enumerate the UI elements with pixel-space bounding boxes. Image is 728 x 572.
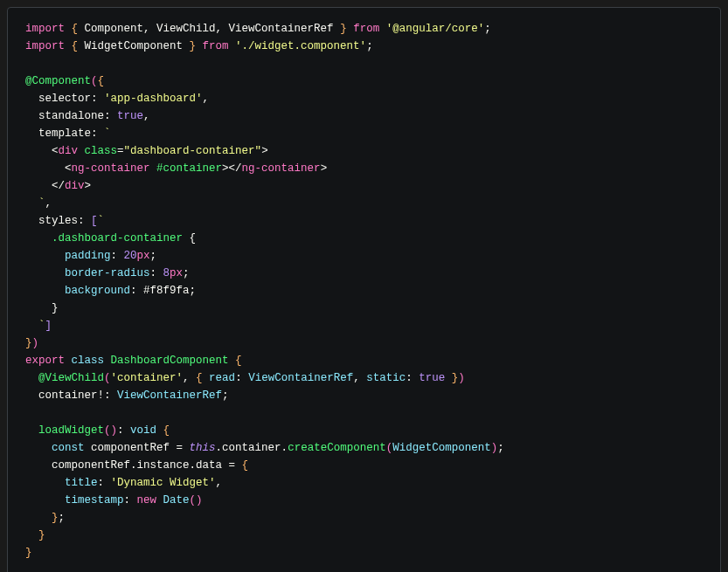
code-token: .dashboard-container <box>52 232 183 245</box>
code-token <box>25 267 65 279</box>
code-token: ` <box>104 127 111 140</box>
code-token: styles <box>25 215 78 227</box>
code-line[interactable]: <div class="dashboard-container"> <box>25 145 268 157</box>
code-token: = <box>222 459 242 472</box>
code-token: : <box>78 215 91 227</box>
code-line[interactable]: } <box>25 547 32 559</box>
code-line[interactable]: const componentRef = this.container.crea… <box>25 442 504 454</box>
code-token: WidgetComponent <box>85 40 184 52</box>
code-token <box>150 162 157 175</box>
code-token: : <box>406 372 419 384</box>
code-token: from <box>347 23 386 35</box>
code-token: new <box>137 494 163 507</box>
code-line[interactable]: } <box>25 302 59 314</box>
code-line[interactable]: selector: 'app-dashboard', <box>25 93 209 105</box>
code-token: { <box>183 232 196 245</box>
code-token: < <box>65 162 72 175</box>
code-token: ( <box>190 494 197 507</box>
code-token: : <box>98 477 111 489</box>
code-token: } <box>183 40 196 52</box>
code-token: ViewContainerRef <box>117 389 222 402</box>
code-token <box>25 529 38 541</box>
code-token: > <box>261 145 268 157</box>
code-token: padding <box>65 250 111 262</box>
code-line[interactable]: }; <box>25 512 65 524</box>
code-token: container <box>25 389 98 402</box>
code-line[interactable]: <ng-container #container></ng-container> <box>25 162 327 175</box>
code-line[interactable]: `] <box>25 320 52 332</box>
code-line[interactable]: `, <box>25 197 52 210</box>
code-token: . <box>281 442 288 454</box>
code-token: { <box>229 355 242 367</box>
code-token: ` <box>25 320 45 332</box>
code-line[interactable]: } <box>25 529 45 541</box>
code-token: < <box>52 145 59 157</box>
code-token: > <box>85 180 92 192</box>
code-line[interactable]: title: 'Dynamic Widget', <box>25 477 222 489</box>
code-line[interactable]: export class DashboardComponent { <box>25 355 242 367</box>
code-line[interactable] <box>25 407 32 419</box>
code-line[interactable]: padding: 20px; <box>25 250 156 262</box>
code-token <box>25 285 65 297</box>
code-token: WidgetComponent <box>392 442 491 454</box>
code-content[interactable]: import { Component, ViewChild, ViewConta… <box>25 20 703 562</box>
code-line[interactable]: @ViewChild('container', { read: ViewCont… <box>25 372 465 384</box>
code-token: ; <box>222 389 229 402</box>
code-token: : <box>104 110 117 122</box>
code-line[interactable]: import { WidgetComponent } from './widge… <box>25 40 373 52</box>
code-token: ViewContainerRef <box>229 23 334 35</box>
code-token: import <box>25 23 72 35</box>
code-line[interactable]: import { Component, ViewChild, ViewConta… <box>25 23 491 35</box>
code-line[interactable]: componentRef.instance.data = { <box>25 459 248 472</box>
code-token <box>25 372 38 384</box>
code-token: #f8f9fa <box>143 285 190 297</box>
code-token: . <box>216 442 223 454</box>
code-line[interactable]: template: ` <box>25 127 111 140</box>
code-token: './widget.component' <box>235 40 366 52</box>
code-token: ) <box>111 424 118 437</box>
code-line[interactable]: @Component({ <box>25 75 104 87</box>
code-token: from <box>196 40 235 52</box>
code-line[interactable]: loadWidget(): void { <box>25 424 170 437</box>
code-line[interactable]: }) <box>25 337 38 349</box>
code-token: 20 <box>124 250 137 262</box>
code-token: const <box>52 442 91 454</box>
code-token: : <box>150 267 163 279</box>
code-token: { <box>242 459 249 472</box>
code-token: title <box>25 477 98 489</box>
code-token: class <box>72 355 111 367</box>
code-token: ; <box>366 40 373 52</box>
code-token: ` <box>98 215 105 227</box>
code-token: ; <box>150 250 157 262</box>
code-token: ; <box>497 442 504 454</box>
code-token: true <box>419 372 445 384</box>
code-token: : <box>124 494 137 507</box>
code-token: ] <box>45 320 52 332</box>
code-token: ; <box>59 512 66 524</box>
code-line[interactable]: .dashboard-container { <box>25 232 196 245</box>
code-token: , <box>353 372 366 384</box>
code-line[interactable]: container!: ViewContainerRef; <box>25 389 229 402</box>
code-token: , <box>183 372 196 384</box>
code-token: ; <box>484 23 491 35</box>
code-token: [ <box>91 215 98 227</box>
code-line[interactable]: timestamp: new Date() <box>25 494 203 507</box>
code-line[interactable]: </div> <box>25 180 91 192</box>
code-line[interactable]: standalone: true, <box>25 110 150 122</box>
code-token: { <box>156 424 170 437</box>
code-token: , <box>216 23 229 35</box>
code-token: ng-container <box>242 162 321 175</box>
code-editor-panel[interactable]: import { Component, ViewChild, ViewConta… <box>7 7 721 572</box>
code-line[interactable]: background: #f8f9fa; <box>25 285 196 297</box>
code-token: { <box>98 75 105 87</box>
code-token: > <box>321 162 328 175</box>
code-token: export <box>25 355 72 367</box>
code-token: data <box>196 459 222 472</box>
code-line[interactable] <box>25 58 32 70</box>
code-token: ViewChild <box>156 23 216 35</box>
code-token: } <box>25 547 32 559</box>
code-token: '@angular/core' <box>386 23 485 35</box>
code-token <box>25 424 38 437</box>
code-line[interactable]: border-radius: 8px; <box>25 267 190 279</box>
code-line[interactable]: styles: [` <box>25 215 104 227</box>
